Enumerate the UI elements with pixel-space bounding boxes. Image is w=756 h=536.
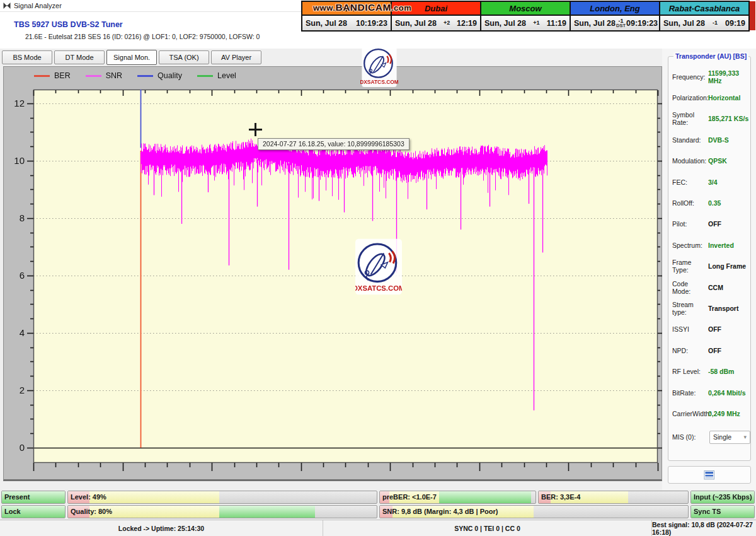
tab-dt-mode[interactable]: DT Mode — [54, 50, 105, 64]
bandicam-watermark: www.BANDICAM.com — [313, 2, 411, 13]
window-title: Signal Analyzer — [14, 2, 62, 9]
field-value: 0.35 — [708, 199, 721, 207]
field-npd: NPD:OFF — [668, 340, 750, 361]
signal-chart-panel: BERSNRQualityLevel DXSATCS.COM — [3, 66, 662, 481]
field-stream-type: Stream type:Transport — [668, 298, 750, 318]
ber-color-swatch — [34, 75, 50, 77]
list-icon — [704, 470, 715, 480]
dxsatcs-logo-text: DXSATCS.COM — [360, 79, 398, 85]
clock-city-label: Moscow — [481, 2, 570, 16]
indicator-lock: Lock — [1, 505, 66, 518]
field-carrierwidth: CarrierWidth:0,249 MHz — [668, 403, 750, 424]
legend-quality: Quality — [137, 71, 182, 80]
statusbar-sync-counters: SYNC 0 | TEI 0 | CC 0 — [323, 520, 652, 536]
indicator-label: Quality: 80% — [71, 508, 112, 515]
clock-panel-red-strip — [750, 1, 755, 30]
chart-tooltip: 2024-07-27 16.18.25, value: 10,899999618… — [258, 138, 410, 150]
indicator-label: SNR: 9,8 dB (Margin: 4,3 dB | Poor) — [382, 508, 498, 515]
offset-value: +1 — [533, 21, 539, 25]
offset-value: -1 — [713, 21, 718, 25]
field-label: FEC: — [672, 178, 708, 186]
clock-moscow: MoscowSun, Jul 28+111:19 — [481, 2, 571, 30]
field-bitrate: BitRate:0,264 Mbit/s — [668, 382, 750, 403]
mis-label: MIS (0): — [672, 433, 708, 441]
field-value: 185,271 KS/s — [708, 115, 748, 122]
tab-av-player[interactable]: AV Player — [211, 50, 261, 64]
offset-value: +2 — [444, 21, 450, 25]
transponder-list-button[interactable] — [668, 466, 751, 484]
tab-signal-mon[interactable]: Signal Mon. — [106, 50, 157, 65]
field-label: Modulation: — [672, 157, 708, 165]
clock-utc-offset: -1 — [713, 21, 718, 25]
dxsatcs-logo-center: DXSATCS.COM — [355, 237, 402, 296]
indicator-label: Present — [4, 493, 30, 501]
field-issyi: ISSYIOFF — [668, 319, 750, 340]
snr-color-swatch — [86, 75, 101, 77]
mis-select[interactable]: Single ▾ — [709, 431, 750, 444]
clock-date: Sun, Jul 28 — [574, 19, 616, 28]
signal-plot[interactable] — [4, 67, 663, 479]
quality-color-swatch — [137, 75, 153, 77]
chart-legend: BERSNRQualityLevel — [34, 71, 236, 80]
mode-tabs: BS ModeDT ModeSignal Mon.TSA (OK)AV Play… — [2, 50, 261, 65]
dxsatcs-logo-top: DXSATCS.COM — [360, 45, 398, 87]
field-pilot: Pilot:OFF — [668, 214, 750, 235]
field-label: CarrierWidth: — [672, 410, 708, 417]
clock-time-row: Sun, Jul 28+111:19 — [481, 16, 570, 30]
field-label: RF Level: — [672, 368, 708, 375]
transponder-title: Transponder (AU) [BS] — [673, 52, 748, 60]
legend-label: Quality — [158, 71, 182, 80]
clock-time: 12:19 — [457, 19, 477, 28]
field-frequency: Frequency:11599,333 MHz — [668, 66, 750, 87]
clock-date: Sun, Jul 28 — [395, 19, 437, 28]
indicator-bar-row-2: LockQuality: 80%SNR: 9,8 dB (Margin: 4,3… — [1, 505, 755, 518]
bar-segment-yellow — [89, 491, 219, 503]
clock-city-label: Rabat-Casablanca — [660, 2, 748, 16]
statusbar-uptime: Locked -> Uptime: 25:14:30 — [0, 520, 323, 536]
chevron-down-icon: ▾ — [743, 434, 747, 440]
clock-london-eng: London, EngSun, Jul 28-1DST09:19:23 — [571, 2, 660, 30]
field-fec: FEC:3/4 — [668, 172, 750, 192]
field-frame-type: Frame Type:Long Frame — [668, 256, 750, 277]
indicator-label: BER: 3,3E-4 — [541, 493, 580, 501]
clock-date: Sun, Jul 28 — [663, 19, 705, 28]
clock-date: Sun, Jul 28 — [306, 19, 347, 28]
field-label: Polarization: — [672, 94, 708, 102]
indicator-quality: Quality: 80% — [67, 505, 377, 518]
field-code-mode: Code Mode:CCM — [668, 277, 750, 298]
field-value: CCM — [708, 284, 723, 291]
tab-bs-mode[interactable]: BS Mode — [2, 50, 52, 64]
field-value: Horizontal — [708, 94, 740, 102]
indicator-input: Input (~235 Kbps) — [690, 491, 755, 504]
field-spectrum: Spectrum:Inverted — [668, 235, 750, 255]
clock-utc-offset: +1 — [533, 21, 539, 25]
statusbar: Locked -> Uptime: 25:14:30 SYNC 0 | TEI … — [0, 520, 756, 536]
field-modulation: Modulation:QPSK — [668, 151, 750, 172]
field-label: Code Mode: — [672, 280, 708, 295]
clock-time-row: Sun, Jul 28+212:19 — [392, 16, 480, 30]
bar-segment-green — [219, 506, 315, 518]
tab-tsa-ok[interactable]: TSA (OK) — [159, 50, 209, 64]
app-dish-icon — [3, 2, 11, 9]
field-value: OFF — [708, 220, 721, 228]
clock-utc-offset: -1DST — [616, 19, 626, 28]
legend-level: Level — [197, 71, 236, 80]
indicator-preber: preBER: <1.0E-7 — [379, 491, 536, 504]
field-value: 0,249 MHz — [708, 410, 740, 417]
field-value: 3/4 — [708, 178, 718, 186]
transponder-panel: Transponder (AU) [BS] Frequency:11599,33… — [662, 49, 756, 490]
field-rf-level: RF Level:-58 dBm — [668, 361, 750, 382]
clock-time: 09:19 — [725, 19, 745, 28]
clock-rabat-casablanca: Rabat-CasablancaSun, Jul 28-109:19 — [660, 2, 748, 30]
indicator-label: Input (~235 Kbps) — [694, 493, 752, 501]
field-label: NPD: — [672, 347, 708, 354]
legend-label: Level — [217, 71, 236, 80]
field-value: OFF — [708, 347, 721, 354]
mis-row: MIS (0): Single ▾ — [668, 431, 750, 444]
level-color-swatch — [197, 75, 213, 77]
field-value: Long Frame — [708, 262, 746, 270]
tuner-details: 21.6E - Eutelsat 21B SES 16 (ID: 0216) @… — [25, 33, 260, 40]
bandicam-brand: BANDICAM — [335, 2, 391, 13]
field-value: 11599,333 MHz — [708, 69, 750, 84]
field-rolloff: RollOff:0.35 — [668, 192, 750, 213]
